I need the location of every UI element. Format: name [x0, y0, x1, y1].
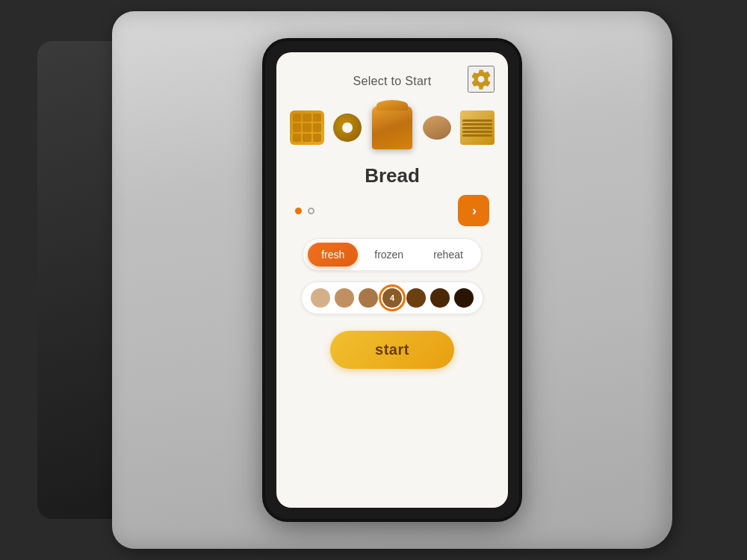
bagel-icon: [330, 111, 365, 145]
shade-4[interactable]: 4: [382, 288, 402, 308]
food-item-muffin[interactable]: [420, 111, 454, 145]
shade-1[interactable]: [311, 288, 330, 308]
chevron-right-icon: ›: [472, 203, 477, 219]
shade-7[interactable]: [454, 288, 474, 308]
muffin-icon: [420, 111, 454, 145]
settings-button[interactable]: [468, 66, 495, 93]
toaster-body-silver: Select to Start: [112, 11, 672, 549]
next-button[interactable]: ›: [458, 195, 489, 226]
pagination-row: ›: [288, 195, 497, 226]
mode-frozen-button[interactable]: frozen: [361, 243, 417, 267]
food-items-row: [288, 105, 497, 151]
shade-selector: 4: [301, 281, 483, 314]
food-item-bagel[interactable]: [330, 111, 365, 145]
pagination-dots: [295, 208, 314, 214]
food-item-hashbrown[interactable]: [460, 111, 495, 145]
food-item-waffle[interactable]: [290, 111, 324, 145]
shade-5[interactable]: [406, 288, 426, 308]
shade-2[interactable]: [335, 288, 354, 308]
shade-6[interactable]: [430, 288, 450, 308]
toaster-body: Select to Start: [37, 11, 710, 549]
hashbrown-icon: [460, 111, 495, 145]
mode-selector: fresh frozen reheat: [303, 238, 482, 271]
mode-reheat-button[interactable]: reheat: [420, 243, 477, 267]
dot-1: [295, 208, 302, 214]
dot-2: [308, 208, 314, 214]
bread-icon: [371, 105, 414, 151]
screen-bezel: Select to Start: [265, 41, 519, 519]
shade-3[interactable]: [359, 288, 378, 308]
mode-fresh-button[interactable]: fresh: [308, 243, 358, 267]
food-item-bread[interactable]: [371, 105, 414, 151]
waffle-icon: [290, 111, 324, 145]
gear-icon: [470, 68, 492, 90]
screen-title: Select to Start: [353, 75, 432, 88]
screen-surface: Select to Start: [276, 52, 508, 508]
selected-food-label: Bread: [365, 164, 420, 187]
start-button[interactable]: start: [330, 331, 454, 369]
